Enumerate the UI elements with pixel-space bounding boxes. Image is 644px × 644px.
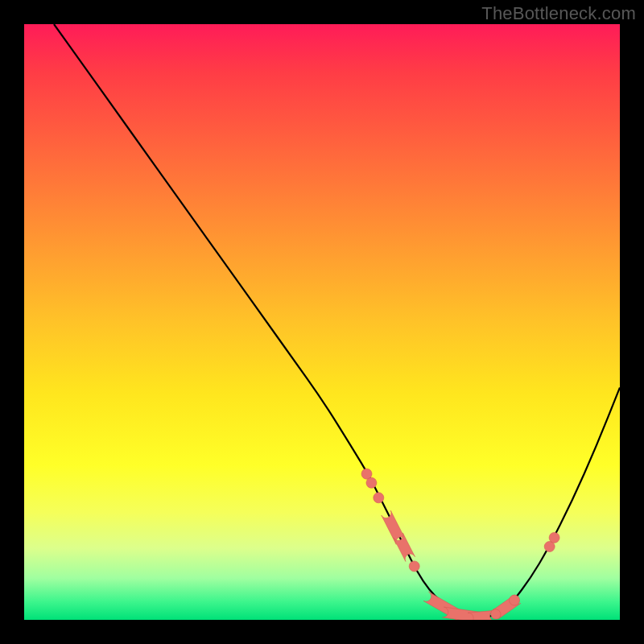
plot-svg [24,24,620,620]
data-point [510,595,520,605]
data-point [366,477,377,488]
data-markers [361,469,559,620]
watermark-text: TheBottleneck.com [481,3,636,24]
data-point [549,532,559,543]
plot-area [24,24,620,620]
data-point [409,561,419,572]
bottleneck-curve [54,24,620,617]
data-point [374,493,384,503]
chart-frame: TheBottleneck.com [0,0,644,644]
